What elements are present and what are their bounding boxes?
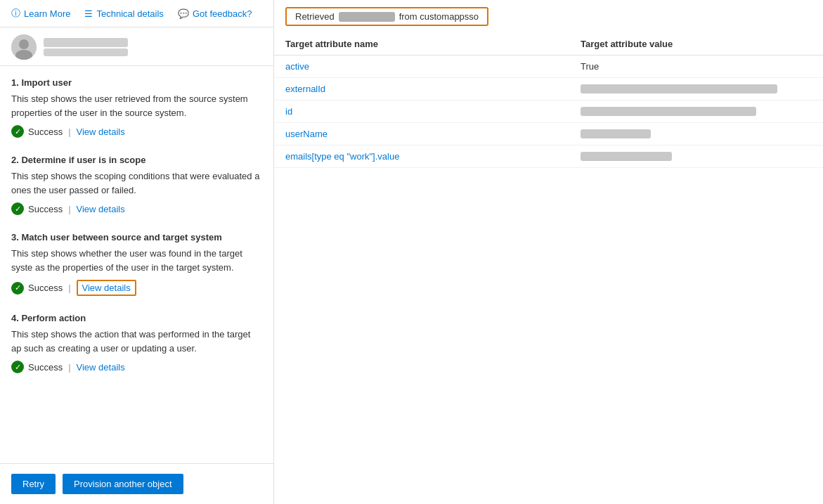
step-4-status-text: Success xyxy=(28,362,63,373)
avatar xyxy=(11,34,37,60)
got-feedback-link[interactable]: 💬 Got feedback? xyxy=(178,8,252,19)
attr-name-active: active xyxy=(285,61,581,72)
got-feedback-label: Got feedback? xyxy=(193,8,252,19)
step-2-view-details[interactable]: View details xyxy=(77,204,125,214)
attr-name-email: emails[type eq "work"].value xyxy=(285,151,581,162)
retrieved-bar: Retrieved from customappsso xyxy=(274,0,823,33)
step-2-separator: | xyxy=(68,204,70,214)
top-bar: ⓘ Learn More ☰ Technical details 💬 Got f… xyxy=(0,0,273,27)
step-3-status-text: Success xyxy=(28,283,63,293)
step-3-success-icon: ✓ xyxy=(11,282,24,295)
step-1-view-details[interactable]: View details xyxy=(77,127,125,137)
attr-value-active: True xyxy=(581,61,599,72)
attr-name-externalid: externalId xyxy=(285,84,581,94)
step-4-separator: | xyxy=(68,362,70,373)
attr-row-active: active True xyxy=(274,56,823,78)
user-email xyxy=(44,49,128,56)
provision-another-button[interactable]: Provision another object xyxy=(63,474,183,494)
user-info xyxy=(0,27,273,66)
retrieved-suffix: from customappsso xyxy=(399,11,479,22)
step-1-separator: | xyxy=(68,127,70,137)
step-2-title: 2. Determine if user is in scope xyxy=(11,155,262,165)
attr-row-username: userName xyxy=(274,123,823,146)
steps-container: 1. Import user This step shows the user … xyxy=(0,66,273,463)
retrieved-value-blurred xyxy=(339,12,395,22)
user-name xyxy=(44,38,128,47)
retrieved-badge: Retrieved from customappsso xyxy=(285,7,488,26)
step-1-status-text: Success xyxy=(28,127,63,137)
attr-value-id xyxy=(581,107,756,116)
step-2-status-text: Success xyxy=(28,204,63,214)
step-1-title: 1. Import user xyxy=(11,77,262,88)
attr-value-username xyxy=(581,129,651,138)
retrieved-prefix: Retrieved xyxy=(295,11,335,22)
step-4-status: ✓ Success | View details xyxy=(11,361,262,373)
step-3-separator: | xyxy=(68,283,70,293)
step-4-success-icon: ✓ xyxy=(11,361,24,373)
attr-name-username: userName xyxy=(285,129,581,139)
attr-value-header: Target attribute value xyxy=(581,39,673,49)
step-1-success-icon: ✓ xyxy=(11,125,24,138)
learn-more-link[interactable]: ⓘ Learn More xyxy=(11,7,70,20)
retry-button[interactable]: Retry xyxy=(11,474,56,494)
learn-more-label: Learn More xyxy=(24,8,70,19)
attr-table-header: Target attribute name Target attribute v… xyxy=(274,33,823,56)
bottom-actions: Retry Provision another object xyxy=(0,463,273,504)
step-4-description: This step shows the action that was perf… xyxy=(11,328,262,355)
list-icon: ☰ xyxy=(84,8,93,19)
step-2: 2. Determine if user is in scope This st… xyxy=(11,155,262,215)
attr-name-id: id xyxy=(285,106,581,117)
step-1: 1. Import user This step shows the user … xyxy=(11,77,262,138)
step-4-view-details[interactable]: View details xyxy=(77,362,125,373)
step-2-status: ✓ Success | View details xyxy=(11,202,262,215)
attr-value-externalid xyxy=(581,84,777,93)
user-details xyxy=(44,38,128,56)
technical-details-label: Technical details xyxy=(96,8,163,19)
step-2-success-icon: ✓ xyxy=(11,202,24,215)
step-3-view-details[interactable]: View details xyxy=(77,280,136,296)
step-4: 4. Perform action This step shows the ac… xyxy=(11,313,262,373)
step-3: 3. Match user between source and target … xyxy=(11,232,262,296)
info-icon: ⓘ xyxy=(11,7,20,20)
step-1-status: ✓ Success | View details xyxy=(11,125,262,138)
svg-point-1 xyxy=(19,39,29,49)
feedback-icon: 💬 xyxy=(178,8,189,19)
attributes-table: Target attribute name Target attribute v… xyxy=(274,33,823,504)
attr-name-header: Target attribute name xyxy=(285,39,581,49)
attr-row-id: id xyxy=(274,101,823,123)
step-3-description: This step shows whether the user was fou… xyxy=(11,247,262,274)
attr-value-email xyxy=(581,152,672,161)
step-2-description: This step shows the scoping conditions t… xyxy=(11,169,262,197)
technical-details-link[interactable]: ☰ Technical details xyxy=(84,8,163,19)
right-panel: Retrieved from customappsso Target attri… xyxy=(274,0,823,504)
step-1-description: This step shows the user retrieved from … xyxy=(11,92,262,119)
step-3-title: 3. Match user between source and target … xyxy=(11,232,262,243)
attr-row-email: emails[type eq "work"].value xyxy=(274,146,823,168)
step-4-title: 4. Perform action xyxy=(11,313,262,323)
step-3-status: ✓ Success | View details xyxy=(11,280,262,296)
left-panel: ⓘ Learn More ☰ Technical details 💬 Got f… xyxy=(0,0,274,504)
attr-row-externalid: externalId xyxy=(274,78,823,101)
